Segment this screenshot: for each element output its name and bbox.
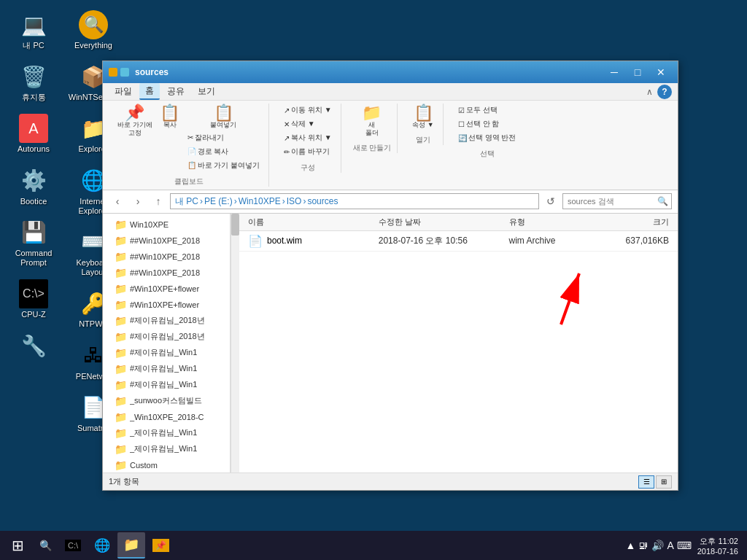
ribbon-move-to-button[interactable]: ↗ 이동 위치 ▼: [281, 104, 334, 117]
desktop-icon-cpu-z[interactable]: 🔧: [7, 328, 60, 365]
ribbon-copy-path-button[interactable]: 📄 경로 복사: [185, 145, 263, 158]
path-win10xpe[interactable]: Win10XPE: [239, 196, 281, 206]
view-details-button[interactable]: ☰: [638, 475, 654, 489]
maximize-button[interactable]: □: [627, 64, 649, 80]
taskbar-ie-button[interactable]: 🌐: [88, 532, 116, 559]
copy-icon: 📋: [160, 105, 179, 121]
start-button[interactable]: ⊞: [3, 532, 32, 559]
ribbon-new-folder-button[interactable]: 📁 새폴더: [353, 104, 391, 139]
move-to-label: 이동 위치 ▼: [291, 105, 331, 115]
recycle-icon: 🗑️: [19, 62, 48, 91]
col-header-date[interactable]: 수정한 날짜: [373, 217, 503, 228]
refresh-button[interactable]: ↺: [542, 192, 560, 210]
taskbar-search-button[interactable]: 🔍: [34, 532, 58, 559]
path-iso[interactable]: ISO: [287, 196, 302, 206]
sidebar-item-13[interactable]: 📁 _제이유컴님_Win1: [103, 425, 230, 441]
folder-icon: 📁: [115, 315, 127, 327]
file-row-boot-wim[interactable]: 📄 boot.wim 2018-07-16 오후 10:56 wim Archi…: [239, 231, 678, 252]
ribbon-copy-to-button[interactable]: ↗ 복사 위치 ▼: [281, 131, 334, 144]
sidebar-item-9[interactable]: 📁 #제이유컴님_Win1: [103, 361, 230, 377]
desktop-icon-bootice[interactable]: 💾 Command Prompt: [7, 215, 60, 271]
desktop-icon-autoruns[interactable]: ⚙️ Bootice: [7, 163, 60, 209]
sidebar-item-11[interactable]: 📁 _sunwoo커스텀빌드: [103, 393, 230, 409]
ribbon-delete-button[interactable]: ✕ 삭제 ▼: [281, 117, 334, 131]
sidebar-scrollbar[interactable]: [231, 214, 239, 472]
path-my-pc[interactable]: 내 PC: [175, 195, 198, 208]
sidebar-item-5[interactable]: 📁 #Win10XPE+flower: [103, 297, 230, 313]
search-input[interactable]: [568, 197, 655, 206]
sidebar-item-12[interactable]: 📁 _Win10XPE_2018-C: [103, 409, 230, 425]
tray-ime-icon[interactable]: A: [667, 540, 673, 551]
ribbon-properties-button[interactable]: 📋 속성 ▼: [409, 104, 436, 131]
sidebar-item-4[interactable]: 📁 #Win10XPE+flower: [103, 281, 230, 297]
menu-view[interactable]: 보기: [192, 84, 221, 99]
taskbar-search-icon: 🔍: [39, 540, 52, 551]
ribbon-paste-shortcut-button[interactable]: 📋 바로 가기 붙여넣기: [185, 159, 263, 172]
path-sources[interactable]: sources: [307, 196, 338, 206]
sidebar-scrollbar-thumb[interactable]: [231, 214, 239, 236]
sidebar-item-14[interactable]: 📁 _제이유컴님_Win1: [103, 441, 230, 457]
menu-share[interactable]: 공유: [161, 84, 190, 99]
up-button[interactable]: ↑: [150, 192, 167, 210]
ribbon-pin-button[interactable]: 📌 바로 가기에고정: [115, 104, 155, 172]
ribbon-collapse-button[interactable]: ∧: [643, 85, 656, 98]
forward-button[interactable]: ›: [129, 192, 147, 210]
sidebar-item-win10xpe[interactable]: 📁 Win10XPE: [103, 217, 230, 233]
folder-icon: 📁: [115, 235, 127, 246]
folder-icon: 📁: [115, 395, 127, 407]
help-button[interactable]: ?: [657, 85, 672, 99]
ribbon-select-all-button[interactable]: ☑ 모두 선택: [455, 104, 519, 117]
search-box[interactable]: 🔍: [562, 193, 672, 209]
copy-path-label: 경로 복사: [198, 147, 229, 157]
desktop-icon-anydesk[interactable]: A Autoruns: [7, 111, 60, 157]
back-button[interactable]: ‹: [109, 192, 126, 210]
ribbon-copy-button[interactable]: 📋 복사: [157, 104, 183, 172]
desktop-icon-command-prompt[interactable]: C:\> CPU-Z: [7, 276, 60, 322]
sidebar-item-1[interactable]: 📁 ##Win10XPE_2018: [103, 233, 230, 249]
col-header-name[interactable]: 이름: [242, 217, 373, 228]
path-drive[interactable]: PE (E:): [204, 196, 233, 206]
ribbon-invert-selection-button[interactable]: 🔄 선택 영역 반전: [455, 131, 519, 144]
sidebar-item-2[interactable]: 📁 ##Win10XPE_2018: [103, 249, 230, 265]
copy-label: 복사: [163, 121, 177, 129]
sidebar-item-3[interactable]: 📁 ##Win10XPE_2018: [103, 265, 230, 281]
menu-file[interactable]: 파일: [109, 84, 138, 99]
my-pc-icon: 💻: [19, 10, 48, 39]
sidebar-item-7[interactable]: 📁 #제이유컴님_2018년: [103, 329, 230, 345]
col-header-size[interactable]: 크기: [604, 217, 675, 228]
tray-volume-icon[interactable]: 🔊: [651, 540, 664, 551]
sidebar-item-10[interactable]: 📁 #제이유컴님_Win1: [103, 377, 230, 393]
sidebar-item-8[interactable]: 📁 #제이유컴님_Win1: [103, 345, 230, 361]
cut-label: 잘라내기: [195, 133, 224, 143]
time-display[interactable]: 오후 11:02 2018-07-16: [697, 536, 738, 556]
desktop-icon-everything[interactable]: 🔍 Everything: [67, 7, 120, 53]
address-path[interactable]: 내 PC › PE (E:) › Win10XPE › ISO › source…: [170, 193, 539, 209]
taskbar-cmd-button[interactable]: C:\: [59, 532, 87, 559]
col-header-type[interactable]: 유형: [503, 217, 604, 228]
sidebar-item-custom[interactable]: 📁 Custom: [103, 457, 230, 472]
menu-home[interactable]: 홈: [139, 83, 160, 100]
tray-keyboard-icon[interactable]: ⌨: [677, 540, 692, 551]
ribbon-group-select: ☑ 모두 선택 ☐ 선택 안 함 🔄 선택 영역 반전 선택: [449, 104, 525, 159]
sidebar-item-label: #제이유컴님_2018년: [130, 315, 205, 326]
sidebar-item-6[interactable]: 📁 #제이유컴님_2018년: [103, 313, 230, 329]
close-button[interactable]: ✕: [650, 64, 672, 80]
delete-icon: ✕: [284, 120, 290, 128]
view-large-icons-button[interactable]: ⊞: [656, 475, 672, 489]
desktop-icon-my-pc[interactable]: 💻 내 PC: [7, 7, 60, 53]
taskbar-explorer-button[interactable]: 📁: [117, 532, 145, 559]
desktop-icon-recycle[interactable]: 🗑️ 휴지통: [7, 59, 60, 105]
ribbon-group-clipboard: 📌 바로 가기에고정 📋 복사 📋 붙여넣기 ✂: [109, 104, 269, 187]
tray-network-icon[interactable]: 🖳: [638, 540, 649, 551]
sidebar-item-label: Win10XPE: [130, 220, 169, 229]
command-prompt-icon: C:\>: [19, 279, 48, 308]
ribbon-select-none-button[interactable]: ☐ 선택 안 함: [455, 117, 519, 131]
tray-chevron-icon[interactable]: ▲: [626, 540, 636, 551]
minimize-button[interactable]: ─: [603, 64, 625, 80]
ribbon-paste-button[interactable]: 📋 붙여넣기: [185, 104, 263, 131]
recycle-label: 휴지통: [22, 93, 46, 102]
taskbar-pin-button[interactable]: 📌: [147, 532, 175, 559]
menu-bar: 파일 홈 공유 보기 ∧ ?: [103, 83, 678, 101]
ribbon-cut-button[interactable]: ✂ 잘라내기: [185, 131, 263, 144]
ribbon-rename-button[interactable]: ✏ 이름 바꾸기: [281, 145, 334, 158]
